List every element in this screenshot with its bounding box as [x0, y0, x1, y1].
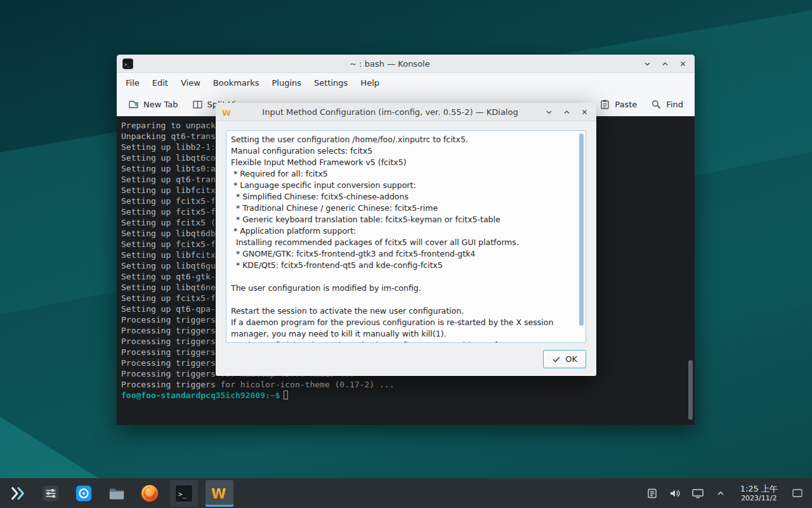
file-manager-button[interactable] [104, 481, 129, 506]
sliders-icon [42, 485, 60, 502]
window-title: ~ : bash — Konsole [142, 59, 638, 69]
terminal-line: Processing triggers for hicolor-icon-the… [121, 379, 684, 390]
dialog-scrollbar[interactable] [579, 132, 584, 341]
clock[interactable]: 1:25 上午 2023/11/2 [737, 484, 782, 503]
maximize-button[interactable] [561, 106, 573, 118]
svg-text:W: W [211, 486, 226, 502]
menu-item[interactable]: Plugins [265, 76, 308, 90]
firefox-icon [140, 484, 159, 503]
task-im-config[interactable]: W [206, 480, 233, 507]
dialog-text-line: See im-config(8) and /usr/share/doc/im-c… [231, 340, 573, 343]
terminal-prompt-line: foo@foo-standardpcq35ich92009:~$ [121, 390, 684, 401]
desktop: >_ ~ : bash — Konsole FileEditViewBookma… [0, 0, 812, 508]
ok-button[interactable]: OK [543, 350, 586, 368]
konsole-window-icon: >_ [122, 58, 133, 69]
dialog-text-line: * Traditional Chinese / generic Chinese:… [231, 203, 573, 214]
dialog-text-line: Installing recommended packages of fcitx… [231, 237, 573, 248]
dialog-text-line [231, 294, 573, 305]
firefox-button[interactable] [137, 481, 162, 506]
dialog-text: Setting the user configuration /home/foo… [231, 134, 573, 343]
search-icon [651, 99, 662, 110]
dialog-text-line: * KDE/Qt5: fcitx5-frontend-qt5 and kde-c… [231, 260, 573, 271]
show-desktop-button[interactable] [790, 485, 804, 502]
svg-text:>_: >_ [178, 490, 187, 498]
system-settings-button[interactable] [38, 481, 63, 506]
dialog-body: Setting the user configuration /home/foo… [216, 122, 596, 376]
folder-icon [108, 485, 126, 502]
im-config-icon: W [210, 484, 229, 503]
kdialog-window: W Input Method Configuration (im-config,… [216, 103, 596, 376]
minimize-button[interactable] [543, 106, 555, 118]
svg-text:>_: >_ [124, 62, 130, 67]
menu-item[interactable]: Help [354, 76, 386, 90]
taskbar: >_ W 1:25 上午 2 [0, 478, 812, 508]
menu-item[interactable]: File [119, 76, 146, 90]
paste-icon [599, 99, 610, 110]
discover-icon [75, 485, 93, 502]
dialog-text-line: * Generic keyboard translation table: fc… [231, 214, 573, 225]
svg-text:W: W [222, 107, 231, 117]
close-button[interactable] [677, 58, 689, 70]
dialog-text-line: * GNOME/GTK: fcitx5-frontend-gtk3 and fc… [231, 248, 573, 260]
taskbar-launchers: >_ W [5, 480, 233, 507]
menu-item[interactable]: View [174, 76, 207, 90]
paste-button[interactable]: Paste [594, 96, 642, 113]
maximize-button[interactable] [659, 58, 671, 70]
konsole-icon: >_ [174, 484, 193, 503]
dialog-text-line: The user configuration is modified by im… [231, 283, 573, 294]
app-launcher-icon [9, 485, 27, 502]
dialog-text-line: * Required for all: fcitx5 [231, 168, 573, 180]
paste-label: Paste [615, 100, 637, 109]
menu-item[interactable]: Bookmarks [207, 76, 266, 90]
minimize-button[interactable] [641, 58, 653, 70]
new-tab-button[interactable]: New Tab [123, 96, 183, 113]
clock-date: 2023/11/2 [740, 494, 778, 503]
dialog-title: Input Method Configuration (im-config, v… [241, 107, 539, 117]
tray-expander-icon[interactable] [714, 485, 728, 502]
dialog-titlebar[interactable]: W Input Method Configuration (im-config,… [216, 103, 596, 121]
konsole-titlebar[interactable]: >_ ~ : bash — Konsole [117, 55, 695, 73]
close-button[interactable] [579, 106, 591, 118]
menu-item[interactable]: Settings [308, 76, 354, 90]
dialog-text-line: manager, you may need to kill it manuall… [231, 328, 573, 340]
volume-tray-icon[interactable] [668, 485, 682, 502]
task-konsole[interactable]: >_ [170, 480, 198, 507]
app-launcher-button[interactable] [5, 481, 30, 506]
terminal-scrollbar-thumb[interactable] [688, 360, 693, 420]
check-icon [552, 355, 561, 364]
dialog-scrollbar-thumb[interactable] [579, 133, 584, 326]
terminal-scrollbar[interactable] [688, 117, 693, 424]
dialog-text-line: * Language specific input conversion sup… [231, 180, 573, 191]
find-button[interactable]: Find [646, 96, 688, 113]
konsole-menubar: FileEditViewBookmarksPluginsSettingsHelp [117, 73, 695, 92]
dialog-text-line: Setting the user configuration /home/foo… [231, 134, 573, 145]
dialog-text-line: Restart the session to activate the new … [231, 305, 573, 317]
system-tray: 1:25 上午 2023/11/2 [645, 484, 807, 503]
dialog-text-line: * Simplified Chinese: fcitx5-chinese-add… [231, 191, 573, 203]
dialog-text-line [231, 271, 573, 283]
ok-label: OK [565, 354, 577, 364]
split-view-icon [192, 99, 203, 110]
discover-button[interactable] [71, 481, 96, 506]
new-tab-icon [128, 99, 139, 110]
clipboard-tray-icon[interactable] [645, 485, 659, 502]
dialog-button-row: OK [226, 343, 586, 368]
dialog-text-line: Flexible Input Method Framework v5 (fcit… [231, 157, 573, 168]
terminal-cursor [284, 391, 288, 399]
find-label: Find [666, 100, 683, 109]
dialog-text-area[interactable]: Setting the user configuration /home/foo… [226, 130, 586, 343]
menu-item[interactable]: Edit [146, 76, 174, 90]
clock-time: 1:25 上午 [740, 484, 778, 494]
display-tray-icon[interactable] [691, 485, 705, 502]
dialog-text-line: * Application platform support: [231, 225, 573, 237]
new-tab-label: New Tab [143, 100, 178, 109]
im-config-window-icon: W [221, 107, 232, 117]
shell-prompt: foo@foo-standardpcq35ich92009:~$ [121, 391, 280, 400]
dialog-text-line: If a daemon program for the previous con… [231, 317, 573, 328]
dialog-text-line: Manual configuration selects: fcitx5 [231, 145, 573, 157]
